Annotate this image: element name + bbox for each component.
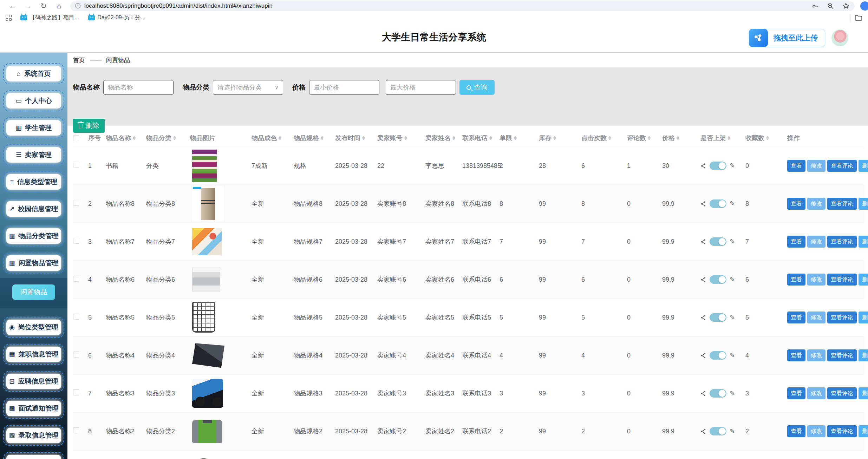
action-修改-button[interactable]: 修改 bbox=[807, 349, 825, 361]
action-删除-button[interactable]: 删除 bbox=[859, 425, 868, 437]
sort-carets-icon[interactable] bbox=[608, 136, 611, 140]
row-checkbox[interactable] bbox=[73, 276, 79, 282]
sidebar-item[interactable]: ☰ 卖家管理 bbox=[3, 144, 64, 165]
shelf-toggle[interactable] bbox=[710, 162, 726, 170]
action-查看-button[interactable]: 查看 bbox=[787, 198, 805, 210]
shelf-toggle[interactable] bbox=[710, 313, 726, 322]
action-查看-button[interactable]: 查看 bbox=[787, 387, 805, 399]
sort-carets-icon[interactable] bbox=[404, 136, 407, 140]
sort-carets-icon[interactable] bbox=[362, 136, 365, 140]
share-icon[interactable] bbox=[700, 315, 706, 321]
edit-pencil-icon[interactable]: ✎ bbox=[730, 238, 735, 245]
edit-pencil-icon[interactable]: ✎ bbox=[730, 427, 735, 435]
sidebar-item[interactable]: ↗ 校园信息管理 bbox=[3, 198, 64, 219]
action-查看评论-button[interactable]: 查看评论 bbox=[827, 274, 857, 286]
action-查看评论-button[interactable]: 查看评论 bbox=[827, 236, 857, 248]
user-avatar[interactable] bbox=[831, 29, 848, 46]
sidebar-item[interactable]: ≡ 信息类型管理 bbox=[3, 171, 64, 192]
filter-price-max-input[interactable] bbox=[386, 80, 456, 95]
sidebar-item[interactable]: ▦ 录取反馈管理 bbox=[3, 452, 64, 459]
browser-home-icon[interactable]: ⌂ bbox=[51, 0, 67, 12]
sort-carets-icon[interactable] bbox=[766, 136, 769, 140]
back-icon[interactable]: ← bbox=[5, 0, 20, 12]
sidebar-item[interactable]: ▭ 个人中心 bbox=[3, 90, 64, 111]
action-查看-button[interactable]: 查看 bbox=[787, 349, 805, 361]
forward-icon[interactable]: → bbox=[20, 0, 36, 12]
upload-dropzone[interactable]: 拖拽至此上传 bbox=[749, 29, 825, 47]
sidebar-item[interactable]: ◉ 岗位类型管理 bbox=[3, 317, 64, 338]
edit-pencil-icon[interactable]: ✎ bbox=[730, 389, 735, 397]
action-查看评论-button[interactable]: 查看评论 bbox=[827, 160, 857, 172]
sidebar-subitem-active[interactable]: 闲置物品 bbox=[12, 284, 55, 300]
shelf-toggle[interactable] bbox=[710, 351, 726, 360]
apps-grid-icon[interactable] bbox=[6, 15, 12, 21]
share-icon[interactable] bbox=[700, 239, 706, 245]
shelf-toggle[interactable] bbox=[710, 199, 726, 208]
url-bar[interactable]: ⓘ localhost:8080/springbootjre0p091/admi… bbox=[70, 1, 855, 11]
sort-carets-icon[interactable] bbox=[279, 136, 281, 140]
bookmark-item[interactable]: Day02-09-员工分... bbox=[88, 14, 145, 21]
action-删除-button[interactable]: 删除 bbox=[859, 236, 868, 248]
action-修改-button[interactable]: 修改 bbox=[807, 387, 825, 399]
filter-price-min-input[interactable] bbox=[309, 80, 379, 95]
edit-pencil-icon[interactable]: ✎ bbox=[730, 162, 735, 170]
sidebar-item[interactable]: ▦ 学生管理 bbox=[3, 117, 64, 138]
action-删除-button[interactable]: 删除 bbox=[859, 160, 868, 172]
row-checkbox[interactable] bbox=[73, 238, 79, 244]
reload-icon[interactable]: ↻ bbox=[36, 0, 51, 12]
action-删除-button[interactable]: 删除 bbox=[859, 274, 868, 286]
sort-carets-icon[interactable] bbox=[553, 136, 556, 140]
sort-carets-icon[interactable] bbox=[173, 136, 176, 140]
action-查看评论-button[interactable]: 查看评论 bbox=[827, 425, 857, 437]
action-修改-button[interactable]: 修改 bbox=[807, 160, 825, 172]
action-查看评论-button[interactable]: 查看评论 bbox=[827, 198, 857, 210]
row-checkbox[interactable] bbox=[73, 352, 79, 358]
action-查看评论-button[interactable]: 查看评论 bbox=[827, 349, 857, 361]
row-checkbox[interactable] bbox=[73, 314, 79, 320]
row-checkbox[interactable] bbox=[73, 162, 79, 168]
action-修改-button[interactable]: 修改 bbox=[807, 236, 825, 248]
page-info-icon[interactable]: ⓘ bbox=[75, 2, 81, 10]
bookmark-item[interactable]: 【码神之路】项目... bbox=[20, 14, 79, 21]
share-icon[interactable] bbox=[700, 391, 706, 396]
shelf-toggle[interactable] bbox=[710, 237, 726, 246]
sort-carets-icon[interactable] bbox=[489, 136, 492, 140]
row-checkbox[interactable] bbox=[73, 389, 79, 395]
action-查看-button[interactable]: 查看 bbox=[787, 236, 805, 248]
shelf-toggle[interactable] bbox=[710, 427, 726, 435]
action-修改-button[interactable]: 修改 bbox=[807, 425, 825, 437]
filter-category-select[interactable]: 请选择物品分类 ∨ bbox=[213, 80, 283, 95]
edit-pencil-icon[interactable]: ✎ bbox=[730, 276, 735, 283]
browser-profile-avatar[interactable] bbox=[860, 1, 868, 11]
sort-carets-icon[interactable] bbox=[321, 136, 324, 140]
action-删除-button[interactable]: 删除 bbox=[859, 349, 868, 361]
action-删除-button[interactable]: 删除 bbox=[859, 312, 868, 323]
action-查看-button[interactable]: 查看 bbox=[787, 312, 805, 323]
sort-carets-icon[interactable] bbox=[677, 136, 679, 140]
password-key-icon[interactable] bbox=[812, 2, 819, 10]
edit-pencil-icon[interactable]: ✎ bbox=[730, 352, 735, 359]
action-查看-button[interactable]: 查看 bbox=[787, 274, 805, 286]
sort-carets-icon[interactable] bbox=[514, 136, 517, 140]
sidebar-item[interactable]: ▦ 兼职信息管理 bbox=[3, 344, 64, 365]
breadcrumb-home[interactable]: 首页 bbox=[73, 56, 85, 64]
action-删除-button[interactable]: 删除 bbox=[859, 198, 868, 210]
share-icon[interactable] bbox=[700, 201, 706, 207]
action-查看评论-button[interactable]: 查看评论 bbox=[827, 312, 857, 323]
zoom-out-icon[interactable] bbox=[827, 2, 834, 10]
sort-carets-icon[interactable] bbox=[648, 136, 651, 140]
sort-carets-icon[interactable] bbox=[452, 136, 455, 140]
action-查看评论-button[interactable]: 查看评论 bbox=[827, 387, 857, 399]
filter-name-input[interactable] bbox=[103, 80, 174, 95]
action-修改-button[interactable]: 修改 bbox=[807, 274, 825, 286]
sort-carets-icon[interactable] bbox=[133, 136, 136, 140]
share-icon[interactable] bbox=[700, 353, 706, 359]
row-checkbox[interactable] bbox=[73, 200, 79, 206]
sidebar-item[interactable]: ▩ 录取信息管理 bbox=[3, 425, 64, 446]
sidebar-item[interactable]: ⌂ 系统首页 bbox=[3, 63, 64, 84]
sidebar-item[interactable]: ▦ 面试通知管理 bbox=[3, 398, 64, 419]
action-修改-button[interactable]: 修改 bbox=[807, 198, 825, 210]
action-查看-button[interactable]: 查看 bbox=[787, 425, 805, 437]
action-修改-button[interactable]: 修改 bbox=[807, 312, 825, 323]
share-icon[interactable] bbox=[700, 428, 706, 434]
